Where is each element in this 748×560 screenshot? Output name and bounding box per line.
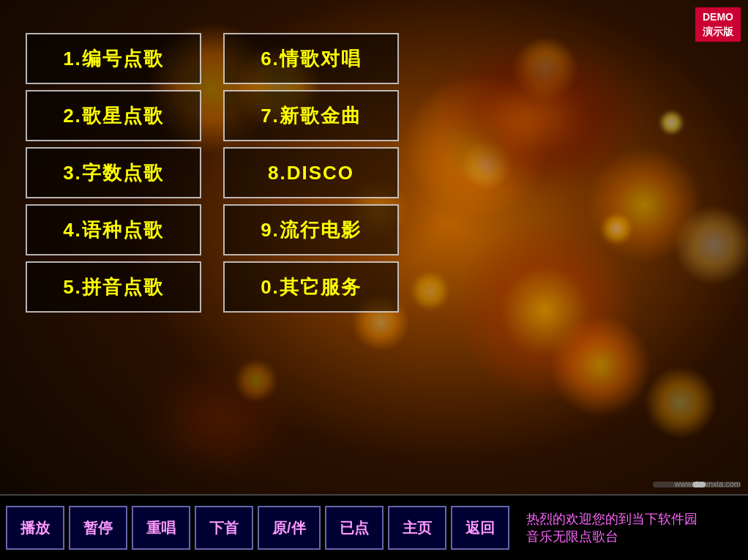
menu-grid: 1.编号点歌 6.情歌对唱 2.歌星点歌 7.新歌金曲 3.字数点歌 8.DIS… <box>26 33 399 313</box>
menu-btn-6[interactable]: 6.情歌对唱 <box>223 33 399 84</box>
menu-btn-4[interactable]: 4.语种点歌 <box>26 204 201 255</box>
ticker-area: 热烈的欢迎您的到当下软件园 音乐无限点歌台 <box>515 496 748 560</box>
menu-btn-5[interactable]: 5.拼音点歌 <box>26 261 201 313</box>
menu-btn-7[interactable]: 7.新歌金曲 <box>223 90 399 141</box>
ticker-line2: 音乐无限点歌台 <box>526 528 737 545</box>
watermark: www.downxia.com <box>675 479 741 488</box>
bokeh-16 <box>659 110 684 135</box>
bokeh-9 <box>549 315 651 417</box>
bokeh-glow <box>425 37 644 198</box>
bokeh-15 <box>600 212 633 245</box>
play-button[interactable]: 播放 <box>6 506 64 550</box>
bottom-buttons: 播放 暂停 重唱 下首 原/伴 已点 主页 返回 <box>0 496 515 560</box>
menu-btn-8[interactable]: 8.DISCO <box>223 147 399 198</box>
menu-btn-9[interactable]: 9.流行电影 <box>223 204 399 255</box>
bokeh-10 <box>644 366 717 439</box>
menu-btn-3[interactable]: 3.字数点歌 <box>26 147 201 198</box>
original-button[interactable]: 原/伴 <box>258 506 321 550</box>
demo-line2: 演示版 <box>703 25 733 40</box>
ticker-line1: 热烈的欢迎您的到当下软件园 <box>526 510 737 528</box>
back-button[interactable]: 返回 <box>451 506 509 550</box>
bokeh-glow2 <box>146 366 293 476</box>
queued-button[interactable]: 已点 <box>325 506 384 550</box>
replay-button[interactable]: 重唱 <box>132 506 190 550</box>
bokeh-12 <box>410 271 450 311</box>
menu-btn-0[interactable]: 0.其它服务 <box>223 261 399 313</box>
bottom-bar: 播放 暂停 重唱 下首 原/伴 已点 主页 返回 热烈的欢迎您的到当下软件园 音… <box>0 494 748 560</box>
bokeh-6 <box>673 205 748 285</box>
menu-btn-1[interactable]: 1.编号点歌 <box>26 33 201 84</box>
home-button[interactable]: 主页 <box>388 506 446 550</box>
pause-button[interactable]: 暂停 <box>69 506 127 550</box>
menu-btn-2[interactable]: 2.歌星点歌 <box>26 90 201 141</box>
next-button[interactable]: 下首 <box>195 506 253 550</box>
demo-badge: DEMO 演示版 <box>695 7 741 42</box>
demo-line1: DEMO <box>703 10 733 25</box>
